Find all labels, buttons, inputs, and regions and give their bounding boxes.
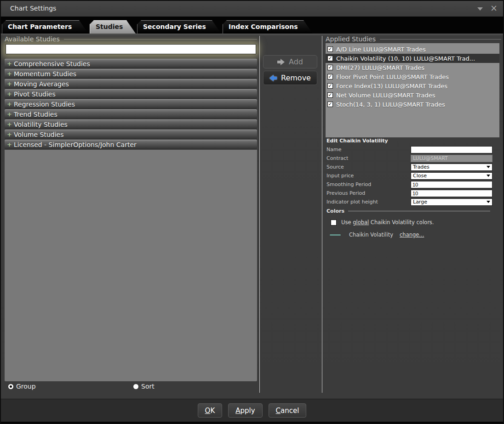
name-input[interactable] — [411, 146, 493, 153]
category-moving-averages[interactable]: + Moving Averages — [5, 79, 257, 89]
tab-index-comparisons[interactable]: Index Comparisons — [223, 20, 313, 34]
edit-study-section: Edit Chaikin Volatility Name Contract LU… — [326, 138, 501, 238]
header-rule — [64, 39, 257, 40]
category-regression-studies[interactable]: + Regression Studies — [5, 99, 257, 109]
apply-button[interactable]: Apply — [228, 403, 262, 418]
sort-radio[interactable]: Sort — [133, 383, 155, 390]
change-color-link[interactable]: change... — [400, 232, 424, 238]
category-pivot-studies[interactable]: + Pivot Studies — [5, 89, 257, 99]
study-label: Floor Pivot Point LULU@SMART Trades — [336, 73, 449, 80]
available-studies-list: + Comprehensive Studies + Momentum Studi… — [5, 59, 257, 150]
smoothing-period-label: Smoothing Period — [326, 181, 411, 187]
chevron-down-icon — [487, 201, 490, 203]
previous-period-field-row: Previous Period — [326, 189, 501, 198]
source-field-row: Source Trades — [326, 163, 501, 171]
left-separator — [259, 36, 260, 393]
cancel-button[interactable]: Cancel — [269, 403, 307, 418]
colors-header: Colors — [326, 208, 501, 215]
study-checkbox[interactable]: ✓ — [327, 46, 333, 52]
dialog-content: Available Studies + Comprehensive Studie… — [1, 34, 503, 399]
category-volume-studies[interactable]: + Volume Studies — [5, 130, 257, 139]
expand-plus-icon: + — [7, 90, 12, 97]
input-price-select[interactable]: Close — [411, 172, 493, 180]
study-row-force-index[interactable]: ✓ Force Index(13) LULU@SMART Trades — [326, 81, 499, 90]
category-volatility-studies[interactable]: + Volatility Studies — [5, 119, 257, 129]
add-button-label: Add — [289, 57, 303, 66]
category-comprehensive-studies[interactable]: + Comprehensive Studies — [5, 59, 257, 68]
list-mode-radios: Group Sort — [1, 383, 258, 392]
study-checkbox[interactable]: ✓ — [327, 83, 333, 89]
tab-bar: Chart Parameters Studies Secondary Serie… — [1, 17, 503, 34]
contract-field-row: Contract LULU@SMART — [326, 154, 501, 163]
available-studies-label: Available Studies — [5, 35, 60, 43]
category-trend-studies[interactable]: + Trend Studies — [5, 109, 257, 119]
study-color-swatch — [330, 234, 341, 236]
expand-plus-icon: + — [7, 141, 12, 148]
expand-plus-icon: + — [7, 131, 12, 138]
category-label: Moving Averages — [14, 80, 69, 88]
category-label: Momentum Studies — [14, 70, 76, 78]
study-checkbox[interactable]: ✓ — [327, 102, 333, 107]
study-row-dmi[interactable]: ✓ DMI(27) LULU@SMART Trades — [326, 63, 499, 72]
plot-height-select[interactable]: Large — [411, 198, 493, 206]
applied-studies-list: ✓ A/D Line LULU@SMART Trades ✓ Chaikin V… — [326, 43, 499, 137]
study-checkbox[interactable]: ✓ — [327, 74, 333, 79]
source-label: Source — [326, 164, 411, 170]
source-select-value: Trades — [413, 164, 430, 170]
use-global-colors-row: Use global Chaikin Volatility colors. — [326, 219, 501, 226]
plot-height-select-value: Large — [413, 199, 427, 205]
chart-settings-dialog: Chart Settings × Chart Parameters Studie… — [0, 0, 504, 424]
category-label: Pivot Studies — [14, 90, 56, 98]
window-menu-caret-icon[interactable] — [477, 7, 483, 11]
study-checkbox[interactable]: ✓ — [327, 65, 333, 70]
header-rule — [348, 211, 490, 211]
expand-plus-icon: + — [7, 70, 12, 77]
study-row-floor-pivot-point[interactable]: ✓ Floor Pivot Point LULU@SMART Trades — [326, 72, 499, 81]
tab-chart-parameters[interactable]: Chart Parameters — [2, 20, 88, 34]
group-radio[interactable]: Group — [8, 383, 36, 390]
tab-studies[interactable]: Studies — [90, 20, 136, 34]
chevron-down-icon — [487, 166, 490, 168]
study-search-input[interactable] — [6, 44, 256, 54]
contract-value: LULU@SMART — [411, 155, 493, 162]
category-label: Comprehensive Studies — [14, 60, 90, 68]
study-label: Chaikin Volatility (10, 10) LULU@SMART T… — [336, 55, 475, 62]
study-checkbox[interactable]: ✓ — [327, 92, 333, 98]
category-momentum-studies[interactable]: + Momentum Studies — [5, 69, 257, 79]
expand-plus-icon: + — [7, 111, 12, 118]
study-color-row: Chaikin Volatility change... — [326, 232, 501, 238]
source-select[interactable]: Trades — [411, 164, 493, 171]
edit-study-title: Edit Chaikin Volatility — [326, 138, 501, 145]
study-row-ad-line[interactable]: ✓ A/D Line LULU@SMART Trades — [326, 45, 499, 54]
remove-button[interactable]: Remove — [263, 71, 317, 85]
previous-period-input[interactable] — [411, 190, 493, 197]
study-label: Stoch(14, 3, 1) LULU@SMART Trades — [336, 101, 445, 108]
study-row-chaikin-volatility[interactable]: ✓ Chaikin Volatility (10, 10) LULU@SMART… — [326, 54, 499, 63]
close-icon[interactable]: × — [490, 3, 498, 13]
use-global-label: Use global Chaikin Volatility colors. — [341, 219, 434, 226]
remove-arrow-icon — [269, 75, 277, 81]
category-label: Licensed - SimplerOptions/John Carter — [14, 141, 137, 148]
input-price-label: Input price — [326, 173, 411, 179]
category-label: Regression Studies — [14, 101, 75, 108]
tab-secondary-series[interactable]: Secondary Series — [137, 20, 221, 34]
study-row-net-volume[interactable]: ✓ Net Volume LULU@SMART Trades — [326, 90, 499, 100]
expand-plus-icon: + — [7, 80, 12, 87]
smoothing-period-field-row: Smoothing Period — [326, 180, 501, 189]
study-checkbox[interactable]: ✓ — [327, 56, 333, 61]
ok-button[interactable]: OK — [198, 403, 223, 418]
category-licensed-simpleroptions[interactable]: + Licensed - SimplerOptions/John Carter — [5, 140, 257, 149]
study-color-label: Chaikin Volatility — [349, 232, 393, 238]
category-label: Trend Studies — [14, 111, 57, 118]
global-link[interactable]: global — [353, 219, 369, 226]
colors-label: Colors — [326, 208, 344, 214]
chevron-down-icon — [487, 175, 490, 177]
use-global-checkbox[interactable] — [331, 220, 337, 226]
add-button[interactable]: Add — [263, 55, 317, 68]
available-studies-header: Available Studies — [5, 35, 257, 43]
right-separator — [322, 36, 322, 393]
window-title: Chart Settings — [10, 5, 56, 12]
smoothing-period-input[interactable] — [411, 181, 493, 188]
input-price-field-row: Input price Close — [326, 171, 501, 180]
study-row-stoch[interactable]: ✓ Stoch(14, 3, 1) LULU@SMART Trades — [326, 100, 499, 109]
